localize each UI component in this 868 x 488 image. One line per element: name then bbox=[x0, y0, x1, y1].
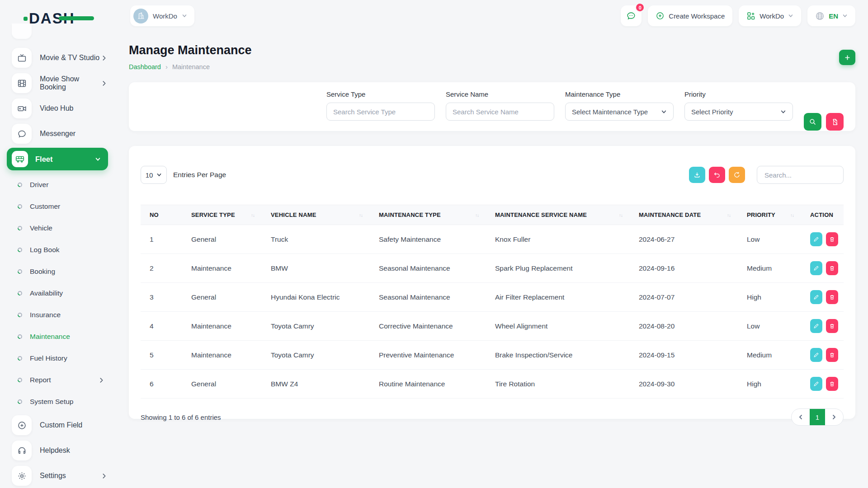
cell-maintenance-date: 2024-09-15 bbox=[630, 341, 738, 370]
delete-row-button[interactable] bbox=[826, 377, 838, 391]
pagination: 1 bbox=[791, 408, 844, 426]
chevron-right-icon bbox=[101, 473, 107, 479]
sidebar-item-customer[interactable]: Customer bbox=[0, 196, 116, 217]
column-header-maintenance-service-name[interactable]: MAINTENANCE SERVICE NAME↑↓ bbox=[486, 205, 630, 225]
sidebar-item-label: Movie Show Booking bbox=[40, 75, 101, 91]
add-maintenance-button[interactable] bbox=[839, 50, 855, 65]
cell-priority: High bbox=[738, 370, 801, 399]
cell-priority: Low bbox=[738, 312, 801, 341]
sidebar-item-booking[interactable]: Booking bbox=[0, 261, 116, 282]
sidebar-item-fuel-history[interactable]: Fuel History bbox=[0, 347, 116, 369]
download-icon bbox=[693, 171, 701, 178]
sort-icon: ↑↓ bbox=[619, 212, 623, 217]
column-header-maintenance-type[interactable]: MAINTENANCE TYPE↑↓ bbox=[370, 205, 486, 225]
cell-no: 6 bbox=[141, 370, 182, 399]
cell-vehicle-name: BMW Z4 bbox=[262, 370, 370, 399]
sidebar-item-insurance[interactable]: Insurance bbox=[0, 304, 116, 326]
edit-row-button[interactable] bbox=[810, 261, 822, 275]
bullet-icon bbox=[17, 225, 23, 231]
chevron-down-icon bbox=[156, 172, 162, 178]
bullet-icon bbox=[17, 377, 23, 383]
reset-filter-button[interactable] bbox=[826, 113, 844, 131]
delete-row-button[interactable] bbox=[826, 319, 838, 333]
sidebar-item-fleet[interactable]: Fleet bbox=[7, 148, 108, 170]
delete-row-button[interactable] bbox=[826, 348, 838, 362]
sidebar-item-driver[interactable]: Driver bbox=[0, 174, 116, 196]
breadcrumb-dashboard-link[interactable]: Dashboard bbox=[129, 63, 161, 70]
column-header-priority[interactable]: PRIORITY↑↓ bbox=[738, 205, 801, 225]
export-button[interactable] bbox=[689, 167, 705, 183]
sidebar-item-label: Video Hub bbox=[40, 104, 107, 113]
column-header-service-type[interactable]: SERVICE TYPE↑↓ bbox=[182, 205, 262, 225]
chevron-left-icon bbox=[798, 414, 803, 420]
edit-row-button[interactable] bbox=[810, 377, 822, 391]
undo-button[interactable] bbox=[709, 167, 725, 183]
delete-row-button[interactable] bbox=[826, 290, 838, 304]
entries-per-page-select[interactable]: 10 bbox=[141, 166, 167, 184]
sidebar-item-system-setup[interactable]: System Setup bbox=[0, 391, 116, 413]
sidebar-item-movie-show-booking[interactable]: Movie Show Booking bbox=[0, 70, 116, 96]
sidebar-item-maintenance[interactable]: Maintenance bbox=[0, 326, 116, 347]
chevron-right-icon bbox=[101, 80, 107, 86]
entries-per-page-label: Entries Per Page bbox=[173, 171, 226, 179]
bullet-icon bbox=[17, 269, 23, 274]
sidebar-item-log-book[interactable]: Log Book bbox=[0, 239, 116, 261]
filter-panel: Service Type Service Name Maintenance Ty… bbox=[129, 82, 855, 131]
sidebar-item-availability[interactable]: Availability bbox=[0, 282, 116, 304]
edit-icon bbox=[813, 352, 819, 358]
cell-maintenance-service-name: Tire Rotation bbox=[486, 370, 630, 399]
sidebar-item-report[interactable]: Report bbox=[0, 369, 116, 391]
edit-row-button[interactable] bbox=[810, 290, 822, 304]
sort-icon: ↑↓ bbox=[475, 212, 479, 217]
chevron-right-icon bbox=[99, 377, 104, 383]
plus-circle-icon bbox=[12, 415, 32, 435]
cell-no: 5 bbox=[141, 341, 182, 370]
reset-filter-icon bbox=[831, 118, 839, 126]
delete-row-button[interactable] bbox=[826, 261, 838, 275]
column-header-maintenance-date[interactable]: MAINTENANCE DATE↑↓ bbox=[630, 205, 738, 225]
chevron-down-icon bbox=[661, 109, 667, 115]
column-header-vehicle-name[interactable]: VEHICLE NAME↑↓ bbox=[262, 205, 370, 225]
cell-maintenance-date: 2024-08-20 bbox=[630, 312, 738, 341]
sort-icon: ↑↓ bbox=[251, 212, 255, 217]
service-type-input[interactable] bbox=[326, 103, 435, 121]
edit-row-button[interactable] bbox=[810, 348, 822, 362]
table-search-input[interactable] bbox=[757, 166, 844, 184]
sidebar-item-messenger[interactable]: Messenger bbox=[0, 121, 116, 146]
bullet-icon bbox=[17, 334, 23, 339]
cell-service-type: Maintenance bbox=[182, 341, 262, 370]
edit-row-button[interactable] bbox=[810, 319, 822, 333]
next-page-button[interactable] bbox=[825, 408, 843, 426]
priority-select[interactable]: Select Priority bbox=[684, 103, 793, 121]
sidebar-item-movie-tv-studio[interactable]: Movie & TV Studio bbox=[0, 45, 116, 70]
sidebar-item-label: Movie & TV Studio bbox=[40, 54, 101, 62]
sort-icon: ↑↓ bbox=[790, 212, 794, 217]
delete-icon bbox=[829, 294, 835, 300]
delete-row-button[interactable] bbox=[826, 232, 838, 246]
sidebar-item-custom-field[interactable]: Custom Field bbox=[0, 413, 116, 438]
sidebar-item-settings[interactable]: Settings bbox=[0, 463, 116, 488]
clipped-menu-item bbox=[12, 23, 32, 39]
service-name-input[interactable] bbox=[446, 103, 554, 121]
page-number-current[interactable]: 1 bbox=[810, 408, 825, 426]
refresh-button[interactable] bbox=[729, 167, 745, 183]
column-header-no[interactable]: NO bbox=[141, 205, 182, 225]
previous-page-button[interactable] bbox=[792, 408, 810, 426]
maintenance-type-select[interactable]: Select Maintenance Type bbox=[565, 103, 674, 121]
cell-maintenance-type: Preventive Maintenance bbox=[370, 341, 486, 370]
priority-label: Priority bbox=[684, 90, 793, 98]
cell-service-type: General bbox=[182, 283, 262, 312]
film-icon bbox=[12, 73, 32, 93]
apply-filter-button[interactable] bbox=[804, 113, 821, 131]
edit-icon bbox=[813, 381, 819, 387]
sidebar-item-video-hub[interactable]: Video Hub bbox=[0, 96, 116, 121]
cell-vehicle-name: Truck bbox=[262, 225, 370, 254]
cell-service-type: General bbox=[182, 225, 262, 254]
sidebar-item-helpdesk[interactable]: Helpdesk bbox=[0, 438, 116, 463]
table-row: 1 General Truck Safety Maintenance Knox … bbox=[141, 225, 844, 254]
edit-row-button[interactable] bbox=[810, 232, 822, 246]
maintenance-table-panel: 10 Entries Per Page bbox=[129, 146, 855, 419]
sidebar-item-vehicle[interactable]: Vehicle bbox=[0, 217, 116, 239]
service-type-label: Service Type bbox=[326, 90, 435, 98]
edit-icon bbox=[813, 323, 819, 329]
